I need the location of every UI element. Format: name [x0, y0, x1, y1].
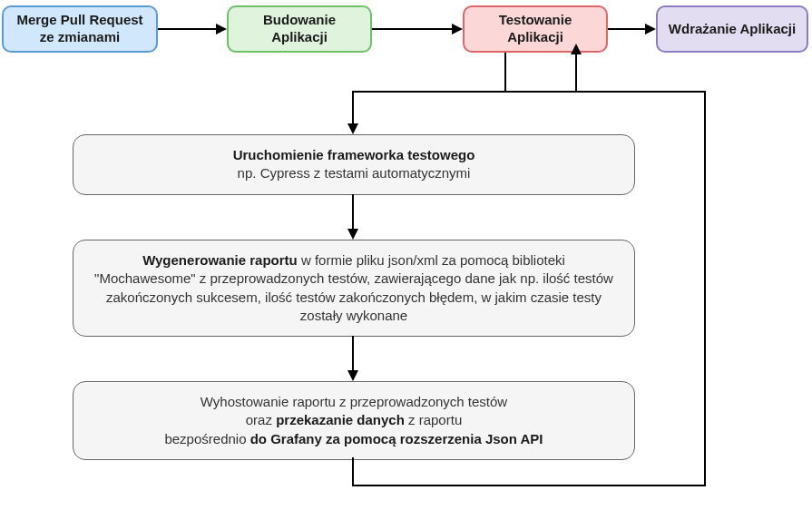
arrow-d2-d3 [352, 336, 354, 372]
arrow-head-into-d1 [347, 123, 358, 134]
d3-mid: z raportu [405, 412, 462, 427]
stage-test: Testowanie Aplikacji [463, 5, 608, 53]
connector-bottom [352, 485, 706, 486]
arrow-head-build-test [452, 24, 463, 34]
arrow-head-d1-d2 [347, 229, 358, 240]
arrow-build-test [372, 28, 454, 30]
arrow-head-up-right [571, 44, 582, 54]
d3-b3: do Grafany za pomocą rozszerzenia Json A… [250, 431, 543, 446]
arrow-right-up [704, 91, 706, 486]
arrow-merge-build [158, 28, 218, 30]
stage-build: Budowanie Aplikacji [227, 5, 372, 53]
stage-deploy: Wdrażanie Aplikacji [656, 5, 808, 53]
arrow-into-d1 [352, 91, 354, 125]
connector-h1b [504, 91, 577, 93]
arrow-head-d2-d3 [347, 370, 358, 381]
d1-sub: np. Cypress z testami automatycznymi [92, 164, 616, 182]
d2-title: Wygenerowanie raportu [142, 252, 298, 268]
arrow-test-down [504, 53, 506, 91]
arrow-d1-d2 [352, 194, 354, 230]
detail-grafana: Wyhostowanie raportu z przeprowadzonych … [73, 381, 635, 460]
connector-h1 [352, 91, 506, 93]
stage-merge: Merge Pull Request ze zmianami [2, 5, 158, 53]
connector-top-right [575, 91, 706, 93]
arrow-head-merge-build [216, 24, 227, 34]
arrow-test-deploy [608, 28, 647, 30]
d3-b2: przekazanie danych [276, 412, 405, 427]
arrow-d3-down [352, 457, 354, 485]
arrow-head-test-deploy [645, 24, 656, 34]
d3-line1: Wyhostowanie raportu z przeprowadzonych … [92, 393, 616, 411]
detail-report: Wygenerowanie raportu w formie pliku jso… [73, 240, 635, 337]
d3-pre2: bezpośrednio [164, 431, 249, 446]
arrow-up-right [575, 53, 577, 93]
detail-framework: Uruchomienie frameworka testowego np. Cy… [73, 134, 635, 195]
d1-title: Uruchomienie frameworka testowego [233, 147, 475, 162]
d3-b1: oraz [246, 412, 276, 427]
